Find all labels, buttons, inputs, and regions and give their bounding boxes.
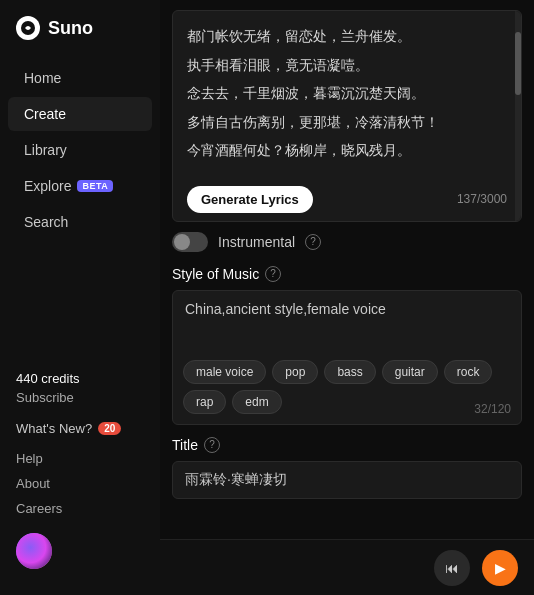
lyrics-container: 都门帐饮无绪，留恋处，兰舟催发。 执手相看泪眼，竟无语凝噎。 念去去，千里烟波，… [172,10,522,222]
scrollbar-thumb [515,32,521,95]
nav-home[interactable]: Home [8,61,152,95]
lyrics-line-1: 都门帐饮无绪，留恋处，兰舟催发。 [187,23,507,50]
tag-pop[interactable]: pop [272,360,318,384]
title-input-container [172,461,522,499]
sidebar: Suno Home Create Library Explore BETA Se… [0,0,160,595]
lyrics-line-3: 念去去，千里烟波，暮霭沉沉楚天阔。 [187,80,507,107]
nav-search[interactable]: Search [8,205,152,239]
subscribe-link[interactable]: Subscribe [16,390,144,405]
nav-library[interactable]: Library [8,133,152,167]
help-link[interactable]: Help [16,446,144,471]
tag-male-voice[interactable]: male voice [183,360,266,384]
avatar-section [0,523,160,579]
style-section: Style of Music ? male voice pop bass gui… [160,262,534,433]
title-input[interactable] [173,462,521,498]
style-help-icon[interactable]: ? [265,266,281,282]
main-content: 都门帐饮无绪，留恋处，兰舟催发。 执手相看泪眼，竟无语凝噎。 念去去，千里烟波，… [160,0,534,595]
tag-edm[interactable]: edm [232,390,281,414]
generate-lyrics-row: Generate Lyrics 137/3000 [173,178,521,221]
careers-link[interactable]: Careers [16,496,144,521]
whats-new[interactable]: What's New? 20 [0,413,160,444]
generate-lyrics-button[interactable]: Generate Lyrics [187,186,313,213]
nav-explore[interactable]: Explore BETA [8,169,152,203]
player-bar: ⏮ ▶ [160,539,534,595]
scrollbar-track [515,11,521,221]
credits-section: 440 credits Subscribe [0,363,160,413]
instrumental-toggle[interactable] [172,232,208,252]
instrumental-label: Instrumental [218,234,295,250]
title-label: Title ? [172,437,522,453]
title-section: Title ? [160,433,534,507]
nav-create[interactable]: Create [8,97,152,131]
instrumental-row: Instrumental ? [160,222,534,262]
lyrics-line-5: 今宵酒醒何处？杨柳岸，晓风残月。 [187,137,507,164]
sidebar-bottom-links: Help About Careers [0,444,160,523]
instrumental-help-icon[interactable]: ? [305,234,321,250]
tag-bass[interactable]: bass [324,360,375,384]
scrollable-area[interactable]: 都门帐饮无绪，留恋处，兰舟催发。 执手相看泪眼，竟无语凝噎。 念去去，千里烟波，… [160,0,534,539]
style-textarea[interactable] [173,291,521,351]
lyrics-char-count: 137/3000 [457,192,507,206]
play-button[interactable]: ▶ [482,550,518,586]
skip-back-icon: ⏮ [445,560,459,576]
style-textarea-container: male voice pop bass guitar rock rap edm … [172,290,522,425]
lyrics-line-4: 多情自古伤离别，更那堪，冷落清秋节！ [187,109,507,136]
tags-row: male voice pop bass guitar rock rap edm … [173,354,521,424]
lyrics-text[interactable]: 都门帐饮无绪，留恋处，兰舟催发。 执手相看泪眼，竟无语凝噎。 念去去，千里烟波，… [173,11,521,178]
beta-badge: BETA [77,180,113,192]
title-help-icon[interactable]: ? [204,437,220,453]
toggle-thumb [174,234,190,250]
logo: Suno [0,16,160,60]
avatar-image [16,533,52,569]
logo-text: Suno [48,18,93,39]
style-char-count: 32/120 [474,402,511,416]
whats-new-badge: 20 [98,422,121,435]
credits-text: 440 credits [16,371,144,386]
suno-logo-icon [16,16,40,40]
about-link[interactable]: About [16,471,144,496]
tag-guitar[interactable]: guitar [382,360,438,384]
style-label: Style of Music ? [172,266,522,282]
play-icon: ▶ [495,560,506,576]
user-avatar[interactable] [16,533,52,569]
tag-rap[interactable]: rap [183,390,226,414]
lyrics-line-2: 执手相看泪眼，竟无语凝噎。 [187,52,507,79]
skip-back-button[interactable]: ⏮ [434,550,470,586]
tag-rock[interactable]: rock [444,360,493,384]
